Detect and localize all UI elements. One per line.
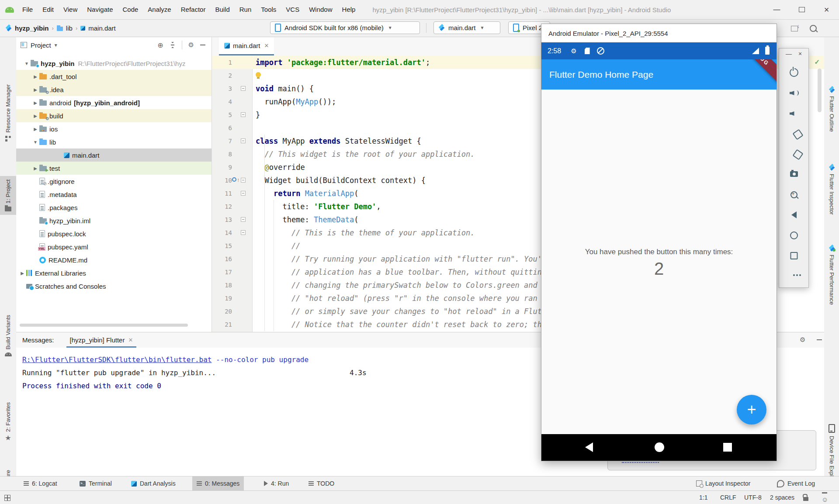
hector-inspector-icon[interactable]: ☺ xyxy=(822,493,828,504)
project-view-selector[interactable]: Project xyxy=(31,41,51,49)
tree-row[interactable]: ▶test xyxy=(16,162,211,175)
rotate-left-icon[interactable] xyxy=(792,129,803,140)
more-options-icon[interactable] xyxy=(793,274,795,276)
status-crlf[interactable]: CRLF xyxy=(720,491,736,504)
tree-row[interactable]: ▶ios xyxy=(16,122,211,135)
tree-row[interactable]: ▶.dart_tool xyxy=(16,70,211,83)
inspection-ok-icon[interactable]: ✓ xyxy=(814,58,820,66)
hide-panel-icon[interactable] xyxy=(817,339,822,340)
menu-refactor[interactable]: Refactor xyxy=(176,0,211,19)
menu-help[interactable]: Help xyxy=(337,0,361,19)
messages-tab-flutter[interactable]: [hyzp_yibin] Flutter ✕ xyxy=(65,332,139,348)
chevron-collapsed-icon[interactable]: ▶ xyxy=(31,74,39,79)
fold-marker-icon[interactable] xyxy=(241,217,246,222)
menu-build[interactable]: Build xyxy=(210,0,234,19)
toolwindow-button-terminal[interactable]: Terminal xyxy=(75,476,116,490)
chevron-collapsed-icon[interactable]: ▶ xyxy=(31,127,39,131)
emulator-screen[interactable]: DEBUG 2:58 ⚙ Flutter Demo Home Page You … xyxy=(541,42,777,461)
sidebar-item-2-favorites[interactable]: 2: Favorites★ xyxy=(0,399,16,445)
zoom-icon[interactable] xyxy=(790,191,797,198)
chevron-expanded-icon[interactable]: ▼ xyxy=(23,61,31,66)
menu-view[interactable]: View xyxy=(59,0,82,19)
back-icon[interactable] xyxy=(791,211,797,218)
screenshot-icon[interactable] xyxy=(790,171,798,177)
menu-navigate[interactable]: Navigate xyxy=(82,0,118,19)
emulator-minimize-button[interactable]: — xyxy=(786,50,792,57)
menu-vcs[interactable]: VCS xyxy=(281,0,304,19)
menu-code[interactable]: Code xyxy=(118,0,143,19)
tree-row[interactable]: YMLpubspec.yaml xyxy=(16,240,211,253)
lock-icon[interactable] xyxy=(803,497,808,501)
menu-tools[interactable]: Tools xyxy=(256,0,281,19)
device-selector[interactable]: Android SDK built for x86 (mobile) ▼ xyxy=(270,21,420,34)
fold-marker-icon[interactable] xyxy=(241,178,246,183)
toolwindow-button-dart-analysis[interactable]: Dart Analysis xyxy=(127,476,180,490)
tree-row[interactable]: main.dart xyxy=(16,148,211,162)
tree-row[interactable]: ▶⚙.idea xyxy=(16,83,211,96)
run-config-selector[interactable]: main.dart ▼ xyxy=(433,21,500,34)
sidebar-item-1-project[interactable]: 1: Project xyxy=(0,176,16,215)
status-2-spaces[interactable]: 2 spaces xyxy=(770,491,794,504)
nav-overview-button[interactable] xyxy=(723,443,732,452)
toolwindow-button-4-run[interactable]: 4: Run xyxy=(260,476,293,490)
horizontal-scrollbar[interactable] xyxy=(20,324,188,327)
chevron-collapsed-icon[interactable]: ▶ xyxy=(18,271,26,276)
tree-row[interactable]: .packages xyxy=(16,201,211,214)
toolwindow-switcher-icon[interactable] xyxy=(4,491,10,504)
chevron-collapsed-icon[interactable]: ▶ xyxy=(31,100,39,105)
tree-row[interactable]: Scratches and Consoles xyxy=(16,280,211,293)
fold-marker-icon[interactable] xyxy=(241,191,246,196)
intention-bulb-icon[interactable] xyxy=(256,72,261,77)
overriding-method-icon[interactable] xyxy=(232,177,236,182)
fold-marker-icon[interactable] xyxy=(241,112,246,117)
chevron-collapsed-icon[interactable]: ▶ xyxy=(31,166,39,171)
toolwindow-button-layout-inspector[interactable]: Layout Inspector xyxy=(692,476,755,490)
toolwindow-button-event-log[interactable]: Event Log xyxy=(773,476,819,490)
gear-icon[interactable]: ⚙ xyxy=(800,336,805,344)
search-everywhere-icon[interactable] xyxy=(810,25,817,32)
overview-icon[interactable] xyxy=(790,252,797,259)
tree-row[interactable]: ▼lib xyxy=(16,135,211,148)
fold-marker-icon[interactable] xyxy=(241,138,246,143)
tree-row[interactable]: pubspec.lock xyxy=(16,227,211,240)
menu-window[interactable]: Window xyxy=(304,0,337,19)
tree-row[interactable]: ▶External Libraries xyxy=(16,266,211,280)
status-utf-8[interactable]: UTF-8 xyxy=(744,491,762,504)
volume-up-icon[interactable] xyxy=(790,90,798,97)
fold-marker-icon[interactable] xyxy=(241,86,246,91)
nav-back-button[interactable] xyxy=(585,442,593,452)
chevron-collapsed-icon[interactable]: ▶ xyxy=(31,87,39,92)
breadcrumb-lib[interactable]: lib xyxy=(66,24,73,32)
close-tab-icon[interactable]: ✕ xyxy=(128,337,133,343)
sidebar-item-flutter-inspector[interactable]: Flutter Inspector xyxy=(824,161,839,218)
status-1-1[interactable]: 1:1 xyxy=(699,491,707,504)
close-button[interactable]: × xyxy=(814,0,839,19)
tree-row[interactable]: ▶android[hyzp_yibin_android] xyxy=(16,96,211,109)
home-icon[interactable] xyxy=(790,231,798,239)
rotate-right-icon[interactable] xyxy=(792,149,803,160)
toolwindow-button-0-messages[interactable]: 0: Messages xyxy=(192,476,244,490)
tree-row[interactable]: README.md xyxy=(16,253,211,266)
chevron-collapsed-icon[interactable]: ▶ xyxy=(31,114,39,118)
tree-row[interactable]: ⊘.gitignore xyxy=(16,175,211,188)
menu-analyze[interactable]: Analyze xyxy=(143,0,176,19)
menu-edit[interactable]: Edit xyxy=(38,0,59,19)
fold-marker-icon[interactable] xyxy=(241,230,246,235)
menu-run[interactable]: Run xyxy=(235,0,257,19)
gear-icon[interactable]: ⚙ xyxy=(188,41,194,49)
console-link[interactable]: R:\Flutter\FlutterSDK\flutter\bin\flutte… xyxy=(22,356,211,364)
increment-fab[interactable]: + xyxy=(737,395,766,425)
chevron-expanded-icon[interactable]: ▼ xyxy=(31,140,39,145)
tree-row[interactable]: .metadata xyxy=(16,188,211,201)
tree-row[interactable]: ▶⚙build xyxy=(16,109,211,122)
tree-row[interactable]: ▼hyzp_yibinR:\FlutterProject\FlutterProj… xyxy=(16,57,211,70)
volume-down-icon[interactable] xyxy=(790,110,798,117)
close-tab-icon[interactable]: ✕ xyxy=(264,42,269,49)
menu-file[interactable]: File xyxy=(17,0,38,19)
toolwindow-button-todo[interactable]: TODO xyxy=(304,476,339,490)
sidebar-item-resource-manager[interactable]: Resource Manager xyxy=(0,81,16,145)
emulator-close-button[interactable]: × xyxy=(798,50,802,57)
nav-home-button[interactable] xyxy=(655,442,664,452)
minimize-button[interactable]: — xyxy=(764,0,789,19)
attach-debugger-icon[interactable] xyxy=(791,26,798,31)
